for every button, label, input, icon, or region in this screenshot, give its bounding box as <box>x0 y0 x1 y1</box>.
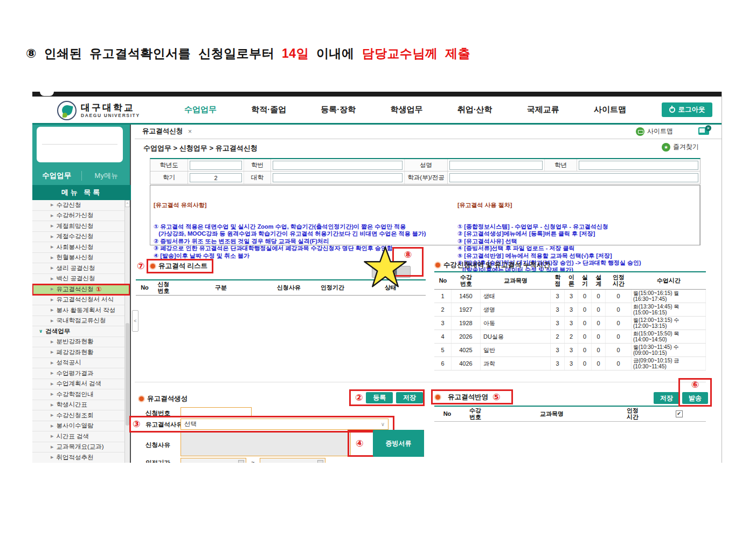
sidebar-menu-item[interactable]: ▶ 수강학점안내 <box>32 389 130 400</box>
menu-arrow-icon: ▶ <box>51 350 53 354</box>
sidebar-menu-item[interactable]: ▶ 성적공시 <box>32 358 130 369</box>
sidebar-menu-item[interactable]: ▶ 시간표 검색 <box>32 431 130 442</box>
apply-reason-textarea[interactable] <box>181 432 351 456</box>
absence-list-empty-body <box>136 296 426 376</box>
course-recognized-hours: 0 <box>606 330 632 343</box>
nav-item[interactable]: 사이트맵 <box>594 105 626 115</box>
sidebar-menu-item[interactable]: ▶ 사회봉사신청 <box>32 242 130 253</box>
nav-item[interactable]: 학생업무 <box>390 105 422 115</box>
notice-procedure: [유고결석 사용 절차] ① [종합정보시스템] - 수업업무 - 신청업무 -… <box>454 186 700 245</box>
calendar-icon[interactable] <box>317 460 323 463</box>
sidebar-menu-item[interactable]: ▶ 헌혈봉사신청 <box>32 253 130 264</box>
menu-item-label: 계절희망신청 <box>56 222 93 230</box>
nav-item[interactable]: 국제교류 <box>527 105 559 115</box>
sidebar-menu-item[interactable]: ▶ 봉사 활동계획서 작성 <box>32 305 130 316</box>
nav-item[interactable]: 등록·장학 <box>321 105 356 115</box>
sidebar-menu-item[interactable]: ▶ 분반강좌현황 <box>32 337 130 348</box>
sidebar-menu-item[interactable]: ▶ 학생시간표 <box>32 400 130 411</box>
badge-6-highlight: ⑥ <box>678 378 712 407</box>
course-design: 0 <box>592 303 606 316</box>
course-practice: 0 <box>578 290 592 303</box>
create-section-title-row: 유고결석생성 <box>139 394 188 403</box>
calendar-icon[interactable] <box>238 460 244 463</box>
logout-button[interactable]: 로그아웃 <box>662 102 712 117</box>
sidebar-menu-item[interactable]: ∨ 검색업무 <box>32 326 130 337</box>
tab-close-icon[interactable]: × <box>188 128 192 135</box>
student-id-field[interactable] <box>273 161 403 170</box>
sidebar-menu-item[interactable]: ▶ 유고결석신청 ① <box>32 284 130 295</box>
menu-item-label: 계절수강신청 <box>56 232 93 241</box>
sidebar-tab-mymenu[interactable]: My메뉴 <box>82 171 131 181</box>
sidebar-menu-item[interactable]: ▶ 계절희망신청 <box>32 221 130 232</box>
save-button[interactable]: 저장 <box>396 392 423 403</box>
annotation-segment: ⑧ 인쇄된 유고결석확인서를 신청일로부터 <box>26 46 274 60</box>
scroll-up-arrow[interactable]: ^ <box>125 200 130 207</box>
course-design: 0 <box>592 290 606 303</box>
nav-item[interactable]: 학적·졸업 <box>251 105 286 115</box>
sidebar-menu-item[interactable]: ▶ 백신 공결신청 <box>32 274 130 285</box>
grade-field[interactable] <box>579 161 698 170</box>
favorite-link[interactable]: ★ 즐겨찾기 <box>662 142 699 152</box>
nav-item[interactable]: 수업업무 <box>184 105 217 115</box>
sidebar-menu-item[interactable]: ▶ 봉사이수열람 <box>32 421 130 432</box>
sidebar-menu-item[interactable]: ▶ 수업평가결과 <box>32 368 130 379</box>
course-row[interactable]: 4 2026 DU실용 2 2 0 0 0 화(15:00~15:50) 목(1… <box>434 330 706 344</box>
tab-bar: 유고결석신청 × 사이트맵 <box>135 125 722 139</box>
course-row[interactable]: 3 1928 아동 3 3 0 0 0 월(12:00~13:15) 수(12:… <box>434 317 706 330</box>
close-window-icon[interactable] <box>698 127 709 135</box>
course-theory: 3 <box>565 344 578 356</box>
sidebar-menu-item[interactable]: ▶ 국내학점교류신청 <box>32 316 130 327</box>
period-end-input[interactable] <box>260 458 325 463</box>
course-recognized-hours: 0 <box>606 317 632 330</box>
course-row[interactable]: 5 4025 일반 3 3 0 0 0 월(10:30~11:45) 수(09:… <box>434 344 706 357</box>
sidebar-menu-item[interactable]: ▶ 생리 공결신청 <box>32 263 130 274</box>
university-logo[interactable]: 대구대학교 DAEGU UNIVERSITY <box>57 101 140 120</box>
menu-item-label: 수업계획서 검색 <box>56 380 101 388</box>
evidence-button[interactable]: 증빙서류 <box>373 430 424 457</box>
period-separator: ~ <box>251 459 254 463</box>
notice-line: ④ [증빙서류]선택 후 파일 업로드 - 저장 클릭 <box>457 245 696 252</box>
semester-field[interactable]: 2 <box>190 173 242 182</box>
name-field[interactable] <box>449 161 543 170</box>
notice-line: ① [종합정보시스템] - 수업업무 - 신청업무 - 유고결석신청 <box>457 223 696 230</box>
course-row[interactable]: 1 1450 생태 3 3 0 0 0 월(15:00~16:15) 월(16:… <box>434 290 706 303</box>
year-field[interactable] <box>190 161 242 170</box>
major-field[interactable] <box>449 173 698 182</box>
sidebar-menu-item[interactable]: ▶ 수강신청조회 <box>32 410 130 421</box>
sidebar-menu-item[interactable]: ▶ 수강신청 <box>32 200 130 211</box>
sidebar-collapse-handle[interactable]: < <box>132 310 138 332</box>
reflect-section-title: 유고결석반영 <box>448 393 488 402</box>
sidebar-menu-item[interactable]: ▶ 유고결석신청서 서식 <box>32 295 130 306</box>
sidebar-menu-item[interactable]: ▶ 수강허가신청 <box>32 211 130 222</box>
tab-absence-apply[interactable]: 유고결석신청 × <box>142 127 192 136</box>
sidebar-tab-lecture[interactable]: 수업업무 <box>32 171 82 181</box>
reflect-save-button[interactable]: 저장 <box>654 392 679 404</box>
sidebar-menu-item[interactable]: ▶ 계절수강신청 <box>32 232 130 243</box>
menu-item-label: 수강학점안내 <box>56 390 93 399</box>
period-start-input[interactable] <box>181 458 246 463</box>
course-code: 4026 <box>452 357 481 370</box>
sidebar-menu-item[interactable]: ▶ 폐강강좌현황 <box>32 347 130 358</box>
scroll-thumb[interactable] <box>126 323 129 426</box>
course-row[interactable]: 6 4026 과학 3 3 0 0 0 금(09:00~10:15) 금(10:… <box>434 357 706 371</box>
list-section-title: 유고결석 리스트 <box>158 262 207 271</box>
course-credit: 3 <box>551 317 565 330</box>
course-name: DU실용 <box>481 330 551 343</box>
college-field[interactable] <box>273 173 403 182</box>
course-section-title-row: 수강신청내역 및 유고결석 누적시간 <box>435 260 550 270</box>
register-button[interactable]: 등록 <box>366 392 393 403</box>
sidebar-menu-item[interactable]: ▶ 교과목개요(교과) <box>32 442 130 453</box>
menu-item-label: 수강신청조회 <box>56 411 93 420</box>
sidebar-menu-item[interactable]: ▶ 수업계획서 검색 <box>32 379 130 390</box>
badge-5-highlight: 유고결석반영 ⑤ <box>431 389 513 404</box>
favorite-label: 즐겨찾기 <box>673 142 699 152</box>
sidebar-menu-item[interactable]: ▶ 취업적성추천 <box>32 452 130 463</box>
section-divider <box>135 382 706 382</box>
sitemap-link[interactable]: 사이트맵 <box>636 127 673 136</box>
course-no: 6 <box>434 357 452 370</box>
notice-line: ⑤ [유고결석반영] 메뉴에서 적용할 교과목 선택(√)후 [저장] <box>457 252 696 259</box>
course-row[interactable]: 2 1927 생명 3 3 0 0 0 화(13:30~14:45) 목(15:… <box>434 303 706 317</box>
menu-item-label: 국내학점교류신청 <box>56 317 106 325</box>
nav-item[interactable]: 취업·산학 <box>457 105 493 115</box>
power-icon <box>669 107 675 113</box>
